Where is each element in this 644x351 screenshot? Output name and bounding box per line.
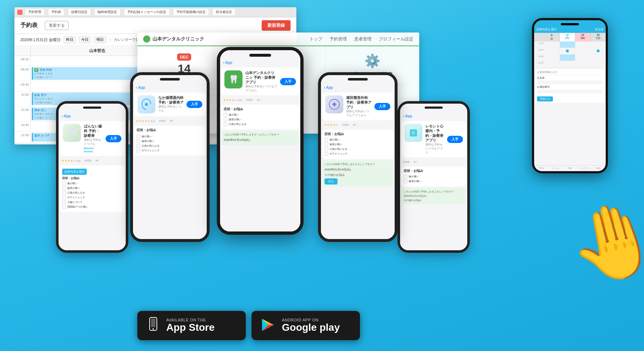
form-content-5: 症状・お悩み 歯が痛い 歯茎が痛い これらの内容で予約しますよろしいですか？ 2… [400,165,467,250]
googleplay-badge[interactable]: ANDROID APP ON Google play [252,311,360,340]
header-label-2: 担当者 [595,27,604,31]
nav-item-5: 担当者設定 [213,9,235,15]
app-card-4: 堀田整形外科 予約・診察券アプリ 便利な予約をいつでもアプリから 入手 [322,92,393,120]
app-icon-naka [137,95,155,113]
hand-screen-header: 診療内容を選択 担当者 [534,20,606,33]
phone-4: ‹ App 堀田整形外科 予約・診察券アプリ 便利な予約をいつでもアプリから 入… [318,72,398,242]
checkbox-item: 口臭が気になる [224,122,297,126]
app-name-2: なか循環器内科 予約・診察券ア [158,95,184,105]
tab-bar-mini: Today ゲーム App アップデート 検索 [534,165,606,171]
update-button[interactable]: 更新する [45,21,69,30]
tab-games: ゲーム [549,167,563,170]
time-cell: 10:45 [14,122,31,131]
tab-app: App [563,167,577,170]
checkbox-item: 歯が痛い [137,135,203,138]
hand-illustration: 🤚 [560,195,644,289]
checkbox-item: 歯茎が痛い [224,118,297,121]
app-name-3: 山本デンタルクリニッ 予約・診察券アプリ [245,70,277,84]
app-info-4: 堀田整形外科 予約・診察券アプリ 便利な予約をいつでもアプリから [346,95,372,117]
phone-1: ‹ App 🦷 ばんない歯科 予約・診察券 便利な予約をいつでも Bannai … [56,101,128,253]
page-title: 予約表 [20,22,38,29]
symptoms-title-3: 症状・お悩み [224,107,297,112]
hand-phone-screen: 診療内容を選択 担当者 今日 18(木) 19(金) 20(土) 14:00 [534,20,606,171]
next-day-button[interactable]: 明日 [94,36,106,43]
new-badge: 新 [34,68,38,72]
hand-phone-container: 診療内容を選択 担当者 今日 18(木) 19(金) 20(土) 14:00 [492,0,637,249]
rank-value: #103 [85,159,91,162]
app-bar-2: ‹ App [133,75,207,91]
checkbox-item: 歯茎が痛い [404,179,464,183]
rank-5: #103 [403,160,409,164]
prev-day-button[interactable]: 昨日 [64,36,76,43]
phone-2-screen: ‹ App なか循環器内科 予約・診察券ア 便利な予約をいつでも 入手 ★★★★… [133,75,207,239]
nav-item-3: 予約記録メッセージの設定 [124,9,169,15]
svg-point-6 [153,328,154,330]
phone-2-wrapper: ‹ App なか循環器内科 予約・診察券ア 便利な予約をいつでも 入手 ★★★★… [130,72,210,242]
day-20: 20(土) [591,33,606,42]
app-name: ばんない歯科 予約・診察券 [84,124,103,138]
age-5: 4+ [414,160,417,164]
back-button-3: ‹ App [223,60,232,65]
app-card-2: なか循環器内科 予約・診察券ア 便利な予約をいつでも 入手 [134,92,205,116]
mini-cell-4 [591,61,606,67]
checkbox-item: 歯が痛い [404,175,464,178]
mini-time: 15:00 [534,48,544,54]
day-19: 19(金) [575,33,591,42]
month-badge: DEC [177,53,191,61]
rank-2: #103 [159,119,166,123]
play-icon [260,317,276,334]
confirm-date: 2020年01月14日(火) [224,138,297,142]
schedule-grid-mini: 14:00 15:00 [534,42,606,165]
form-section-2: 症状・お悩み 歯が痛い 歯茎が痛い 口臭が気になる ホワイトニング [134,126,205,156]
day-18: 18(木) [560,33,575,42]
confirm-section-5: これらの内容で予約しますよろしいですか？ 2020年01月14日(火) その他の… [402,188,466,204]
tab-update: アップデート [577,167,592,170]
age-value: 4+ [95,159,99,162]
rating-2: ★★★★☆ 4.4 [136,119,155,123]
checkbox-item: 歯が痛い [224,113,297,117]
time-cell: 10:00 [14,91,31,106]
app-icon-yamamoto: 🦷 [224,70,242,88]
get-app-button-4[interactable]: 入手 [374,103,390,110]
phone-2: ‹ App なか循環器内科 予約・診察券ア 便利な予約をいつでも 入手 ★★★★… [130,72,210,242]
time-cell: 09:45 [14,81,31,91]
phone-4-wrapper: ‹ App 堀田整形外科 予約・診察券アプリ 便利な予約をいつでもアプリから 入… [318,72,398,242]
website-navbar: 山本デンタルクリニック トップ 予約管理 患者管理 プロフィール設定 [137,32,419,46]
back-button: ‹ App [61,114,71,118]
app-bar-3: ‹ App [220,50,300,66]
phone-3-wrapper: ‹ App 🦷 山本デンタルクリニッ 予約・診察券アプリ 便利な予約をいつでもア… [217,47,304,235]
appstore-badge[interactable]: Available on the App Store [137,311,246,340]
header-label-1: 診療内容を選択 [536,27,557,31]
active-tab: 予約表 [48,9,64,15]
mini-cell [544,48,560,54]
nav-item-2: 臨時休憩設定 [95,9,120,15]
mini-cell-3 [575,55,591,61]
mini-cell [544,42,560,48]
app-rating-4: ★★★★☆ #103 4+ [321,122,395,128]
app-card-3: 🦷 山本デンタルクリニッ 予約・診察券アプリ 便利な予約をいつでもアプリから 入… [222,68,299,95]
today-button[interactable]: 今日 [79,36,91,43]
confirm-text: これらの内容で予約しますか？よろしいですか？ [224,133,297,136]
back-button-form[interactable]: 戻る [325,178,338,185]
app-card: 🦷 ばんない歯科 予約・診察券 便利な予約をいつでも Bannai Dental… [60,121,124,156]
mini-row: 15:30 [534,55,606,61]
other-5: その他のお悩み [404,199,464,202]
new-registration-button[interactable]: 新規登録 [262,20,291,31]
app-info: ばんない歯科 予約・診察券 便利な予約をいつでも Bannai Dental [84,124,103,153]
app-name-5: レモント心療内・予約・診察券アプリ [425,124,444,143]
get-app-button-5[interactable]: 入手 [447,136,463,143]
mini-submit-btn: 登録する [537,96,553,101]
mini-cell-3 [575,42,591,48]
get-app-button-2[interactable]: 入手 [186,101,202,108]
googleplay-text: ANDROID APP ON Google play [282,318,340,333]
back-button-2: ‹ App [136,85,145,90]
get-app-button-3[interactable]: 入手 [280,78,296,85]
get-app-button[interactable]: 入手 [106,135,121,142]
checkbox-item: 歯茎が痛い [137,139,203,143]
checkbox-item: 顎関節/アゴが痛い [62,205,122,209]
tab-search: 検索 [591,167,606,170]
mini-row: 15:00 [534,48,606,55]
phone-3: ‹ App 🦷 山本デンタルクリニッ 予約・診察券アプリ 便利な予約をいつでもア… [217,47,304,235]
settings-icon: ⚙️ [364,53,381,69]
desktop-tab-bar: 予約管理 予約表 診療日設定 臨時休憩設定 予約記録メッセージの設定 予約可能規… [14,7,296,17]
